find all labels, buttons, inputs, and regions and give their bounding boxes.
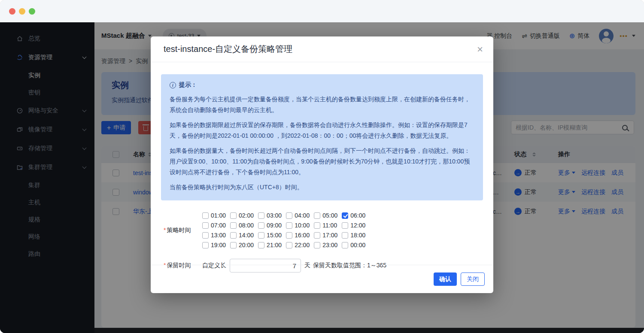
checkbox-icon bbox=[230, 222, 237, 229]
time-label: 03:00 bbox=[267, 212, 282, 219]
macos-titlebar bbox=[0, 0, 644, 22]
time-label: 02:00 bbox=[239, 212, 254, 219]
checkbox-icon bbox=[230, 212, 237, 219]
checkbox-icon bbox=[286, 212, 292, 219]
policy-time-option-16:00[interactable]: 16:00 bbox=[286, 232, 310, 239]
checkbox-icon bbox=[342, 242, 348, 248]
time-label: 16:00 bbox=[295, 232, 310, 239]
minimize-window-button[interactable] bbox=[19, 8, 25, 15]
checkbox-icon bbox=[286, 232, 292, 239]
close-button[interactable]: 关闭 bbox=[461, 272, 485, 286]
required-asterisk: * bbox=[164, 227, 166, 233]
policy-time-label: *策略时间 bbox=[164, 227, 202, 234]
checkbox-icon bbox=[314, 212, 320, 219]
backup-policy-modal: test-instance-自定义备份策略管理 × i 提示： 备份服务为每个云… bbox=[151, 36, 493, 293]
checkbox-icon bbox=[202, 242, 209, 248]
time-label: 10:00 bbox=[295, 222, 310, 229]
checkbox-icon bbox=[202, 232, 209, 239]
time-label: 11:00 bbox=[322, 222, 337, 229]
alert-paragraph: 备份服务为每个云主机提供一定数量备份额度，当某个云主机的备份数量达到额度上限，在… bbox=[170, 94, 474, 115]
policy-time-option-23:00[interactable]: 23:00 bbox=[314, 242, 337, 248]
alert-paragraph: 如果备份的数据期限超过所设置的保存期限，备份数据将会自动进行永久性删除操作。例如… bbox=[170, 120, 474, 141]
maximize-window-button[interactable] bbox=[29, 8, 35, 15]
time-label: 04:00 bbox=[295, 212, 310, 219]
policy-time-option-03:00[interactable]: 03:00 bbox=[258, 212, 282, 219]
policy-time-option-07:00[interactable]: 07:00 bbox=[202, 222, 226, 229]
time-label: 14:00 bbox=[239, 232, 254, 239]
policy-time-option-04:00[interactable]: 04:00 bbox=[286, 212, 310, 219]
time-label: 07:00 bbox=[211, 222, 226, 229]
checkbox-icon bbox=[286, 222, 292, 229]
checkbox-icon bbox=[258, 222, 264, 229]
time-label: 12:00 bbox=[350, 222, 365, 229]
policy-time-option-08:00[interactable]: 08:00 bbox=[230, 222, 254, 229]
modal-header: test-instance-自定义备份策略管理 × bbox=[151, 36, 493, 62]
time-label: 20:00 bbox=[239, 242, 254, 248]
policy-time-option-10:00[interactable]: 10:00 bbox=[286, 222, 310, 229]
policy-time-option-22:00[interactable]: 22:00 bbox=[286, 242, 310, 248]
policy-time-option-01:00[interactable]: 01:00 bbox=[202, 212, 226, 219]
time-label: 00:00 bbox=[350, 242, 365, 248]
policy-time-option-13:00[interactable]: 13:00 bbox=[202, 232, 226, 239]
modal-footer: 确认 关闭 bbox=[151, 265, 493, 293]
time-label: 23:00 bbox=[322, 242, 337, 248]
checkbox-icon bbox=[230, 242, 237, 248]
policy-time-option-05:00[interactable]: 05:00 bbox=[314, 212, 337, 219]
policy-time-option-09:00[interactable]: 09:00 bbox=[258, 222, 282, 229]
time-label: 13:00 bbox=[211, 232, 226, 239]
alert-heading: 提示： bbox=[179, 81, 197, 89]
policy-time-option-06:00[interactable]: 06:00 bbox=[342, 212, 365, 219]
policy-time-option-19:00[interactable]: 19:00 bbox=[202, 242, 226, 248]
confirm-button[interactable]: 确认 bbox=[434, 272, 457, 286]
app-window: 总览资源管理实例密钥网络与安全镜像管理存储管理集群管理集群主机规格网络路由 MS… bbox=[0, 0, 644, 333]
policy-time-option-21:00[interactable]: 21:00 bbox=[258, 242, 282, 248]
checkbox-icon bbox=[258, 232, 264, 239]
time-label: 05:00 bbox=[322, 212, 337, 219]
time-label: 08:00 bbox=[239, 222, 254, 229]
time-label: 19:00 bbox=[211, 242, 226, 248]
policy-time-option-15:00[interactable]: 15:00 bbox=[258, 232, 282, 239]
checkbox-icon bbox=[258, 242, 264, 248]
time-label: 17:00 bbox=[322, 232, 337, 239]
policy-time-grid: 01:0002:0003:0004:0005:0006:0007:0008:00… bbox=[202, 212, 365, 248]
policy-time-row: *策略时间 01:0002:0003:0004:0005:0006:0007:0… bbox=[161, 212, 483, 248]
time-label: 21:00 bbox=[267, 242, 282, 248]
checkbox-icon bbox=[314, 232, 320, 239]
policy-time-option-11:00[interactable]: 11:00 bbox=[314, 222, 337, 229]
modal-body: i 提示： 备份服务为每个云主机提供一定数量备份额度，当某个云主机的备份数量达到… bbox=[151, 62, 493, 272]
close-window-button[interactable] bbox=[9, 8, 15, 15]
checkbox-icon bbox=[314, 222, 320, 229]
policy-time-option-18:00[interactable]: 18:00 bbox=[342, 232, 365, 239]
close-icon[interactable]: × bbox=[477, 44, 483, 54]
alert-paragraph: 如果备份的数据量大，备份时间长超过两个自动备份时间点间隔，则下一个时间点不进行备… bbox=[170, 145, 474, 178]
checkbox-icon bbox=[342, 222, 348, 229]
time-label: 18:00 bbox=[350, 232, 365, 239]
time-label: 15:00 bbox=[267, 232, 282, 239]
policy-time-option-20:00[interactable]: 20:00 bbox=[230, 242, 254, 248]
time-label: 22:00 bbox=[295, 242, 310, 248]
time-label: 09:00 bbox=[267, 222, 282, 229]
info-icon: i bbox=[170, 82, 176, 88]
policy-time-option-14:00[interactable]: 14:00 bbox=[230, 232, 254, 239]
time-label: 01:00 bbox=[211, 212, 226, 219]
checkbox-checked-icon bbox=[342, 212, 348, 219]
checkbox-icon bbox=[258, 212, 264, 219]
checkbox-icon bbox=[286, 242, 292, 248]
policy-time-option-02:00[interactable]: 02:00 bbox=[230, 212, 254, 219]
info-alert: i 提示： 备份服务为每个云主机提供一定数量备份额度，当某个云主机的备份数量达到… bbox=[161, 74, 483, 200]
modal-title: test-instance-自定义备份策略管理 bbox=[164, 43, 477, 55]
policy-time-option-00:00[interactable]: 00:00 bbox=[342, 242, 365, 248]
checkbox-icon bbox=[342, 232, 348, 239]
checkbox-icon bbox=[230, 232, 237, 239]
alert-paragraph: 当前备份策略执行时间为东八区（UTC+8）时间。 bbox=[170, 182, 474, 193]
checkbox-icon bbox=[314, 242, 320, 248]
checkbox-icon bbox=[202, 222, 209, 229]
policy-time-option-12:00[interactable]: 12:00 bbox=[342, 222, 365, 229]
time-label: 06:00 bbox=[350, 212, 365, 219]
policy-time-option-17:00[interactable]: 17:00 bbox=[314, 232, 337, 239]
checkbox-icon bbox=[202, 212, 209, 219]
